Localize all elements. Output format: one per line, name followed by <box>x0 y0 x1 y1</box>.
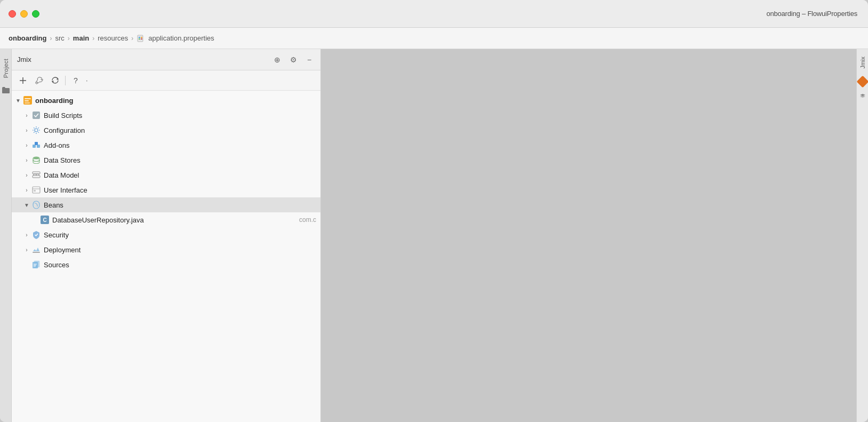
tree-label-user-interface: User Interface <box>44 186 316 194</box>
close-button[interactable] <box>9 10 16 18</box>
class-icon: C <box>39 214 50 225</box>
main-window: onboarding – FlowuiProperties onboarding… <box>0 0 868 422</box>
left-tab-strip: Project <box>0 49 12 422</box>
sidebar-title: Jmix <box>17 55 267 63</box>
svg-rect-1 <box>139 37 140 38</box>
svg-point-7 <box>36 82 37 83</box>
tree-label-sources: Sources <box>44 261 316 269</box>
sidebar-toolbar: ? · <box>12 70 320 91</box>
help-toolbar-button[interactable]: ? <box>69 74 83 87</box>
breadcrumb-sep-3: › <box>92 35 94 42</box>
tree-item-user-interface[interactable]: › User Interface <box>12 182 320 197</box>
arrow-build-scripts: › <box>22 111 31 120</box>
tree-label-database-user-repo: DatabaseUserRepository.java <box>52 216 296 224</box>
folder-icon[interactable] <box>1 85 11 95</box>
arrow-configuration: › <box>22 126 31 134</box>
svg-rect-28 <box>33 252 40 253</box>
svg-rect-12 <box>33 112 40 119</box>
svg-rect-9 <box>25 98 31 99</box>
svg-rect-19 <box>33 172 40 174</box>
data-model-icon <box>31 170 42 180</box>
wrench-toolbar-button[interactable] <box>32 74 46 87</box>
tree-item-sources[interactable]: › Sources <box>12 257 320 272</box>
breadcrumb-onboarding[interactable]: onboarding <box>9 34 47 42</box>
svg-rect-25 <box>33 187 40 193</box>
right-tab-strip: Jmix <box>856 49 868 422</box>
svg-rect-10 <box>25 100 29 101</box>
title-bar: onboarding – FlowuiProperties <box>0 0 868 28</box>
tree-item-security[interactable]: › Security <box>12 227 320 242</box>
tree-label-configuration: Configuration <box>44 126 316 134</box>
tree-label-security: Security <box>44 231 316 239</box>
tree-item-onboarding[interactable]: ▼ onboarding <box>12 93 320 108</box>
arrow-user-interface: › <box>22 186 31 194</box>
arrow-addons: › <box>22 141 31 149</box>
arrow-data-stores: › <box>22 156 31 164</box>
tree-item-beans[interactable]: ▼ Beans <box>12 197 320 212</box>
tree-label-build-scripts: Build Scripts <box>44 112 316 120</box>
svg-rect-11 <box>25 102 30 103</box>
right-panel <box>321 49 856 422</box>
add-toolbar-button[interactable] <box>16 74 30 87</box>
deployment-icon <box>31 244 42 255</box>
beans-icon <box>31 200 42 210</box>
jmix-side-tab[interactable]: Jmix <box>858 53 867 72</box>
minimize-button[interactable] <box>20 10 28 18</box>
services-icon[interactable] <box>858 92 867 101</box>
addons-icon <box>31 140 42 150</box>
arrow-deployment: › <box>22 245 31 254</box>
breadcrumb-sep-1: › <box>50 35 52 42</box>
tree-item-deployment[interactable]: › Deployment <box>12 242 320 257</box>
tree-item-data-stores[interactable]: › Data Stores <box>12 153 320 168</box>
security-icon <box>31 229 42 240</box>
breadcrumb-sep-2: › <box>68 35 70 42</box>
svg-rect-2 <box>141 37 142 38</box>
breadcrumb-sep-4: › <box>131 35 133 42</box>
tree-item-data-model[interactable]: › Data Model <box>12 168 320 182</box>
project-tab[interactable]: Project <box>1 54 11 82</box>
window-title: onboarding – FlowuiProperties <box>766 10 857 18</box>
svg-rect-4 <box>141 38 142 39</box>
breadcrumb-src[interactable]: src <box>55 34 65 42</box>
maximize-button[interactable] <box>32 10 39 18</box>
tree-secondary-db-repo: com.c <box>299 216 316 224</box>
user-interface-icon <box>31 185 42 195</box>
breadcrumb-app-properties[interactable]: application.properties <box>148 34 214 42</box>
arrow-onboarding: ▼ <box>14 96 22 105</box>
tree-label-onboarding: onboarding <box>35 97 316 105</box>
tree-label-data-stores: Data Stores <box>44 156 316 164</box>
jmix-diamond-icon[interactable] <box>856 75 868 87</box>
sync-toolbar-button[interactable] <box>48 74 62 87</box>
build-scripts-icon <box>31 110 42 121</box>
svg-rect-3 <box>139 38 140 39</box>
tree-item-build-scripts[interactable]: › Build Scripts <box>12 108 320 123</box>
tree-label-deployment: Deployment <box>44 246 316 254</box>
toolbar-divider <box>65 76 66 85</box>
data-stores-icon <box>31 155 42 165</box>
tree-label-beans: Beans <box>44 201 316 209</box>
breadcrumb-bar: onboarding › src › main › resources › ap… <box>0 28 868 49</box>
sidebar: Jmix ⊕ ⚙ − <box>12 49 321 422</box>
tree-label-addons: Add-ons <box>44 141 316 149</box>
sidebar-header: Jmix ⊕ ⚙ − <box>12 49 320 70</box>
tree-item-addons[interactable]: › Add-ons <box>12 138 320 153</box>
minimize-panel-button[interactable]: − <box>303 54 315 66</box>
arrow-data-model: › <box>22 171 31 179</box>
project-tree: ▼ onboarding › <box>12 91 320 422</box>
tree-item-configuration[interactable]: › Configuration <box>12 123 320 138</box>
onboarding-project-icon <box>22 95 33 106</box>
tree-item-database-user-repository[interactable]: C DatabaseUserRepository.java com.c <box>12 212 320 227</box>
breadcrumb-resources[interactable]: resources <box>98 34 128 42</box>
properties-file-icon <box>136 34 145 43</box>
tree-label-data-model: Data Model <box>44 171 316 179</box>
main-content: Project Jmix ⊕ ⚙ − <box>0 49 868 422</box>
breadcrumb-main[interactable]: main <box>73 34 89 42</box>
breadcrumb: onboarding › src › main › resources › ap… <box>9 34 214 43</box>
traffic-lights <box>9 10 39 18</box>
svg-rect-27 <box>34 190 36 192</box>
arrow-beans: ▼ <box>22 201 31 209</box>
sources-icon <box>31 259 42 270</box>
arrow-security: › <box>22 230 31 239</box>
settings-button[interactable]: ⚙ <box>287 54 299 66</box>
add-scope-button[interactable]: ⊕ <box>271 54 283 66</box>
